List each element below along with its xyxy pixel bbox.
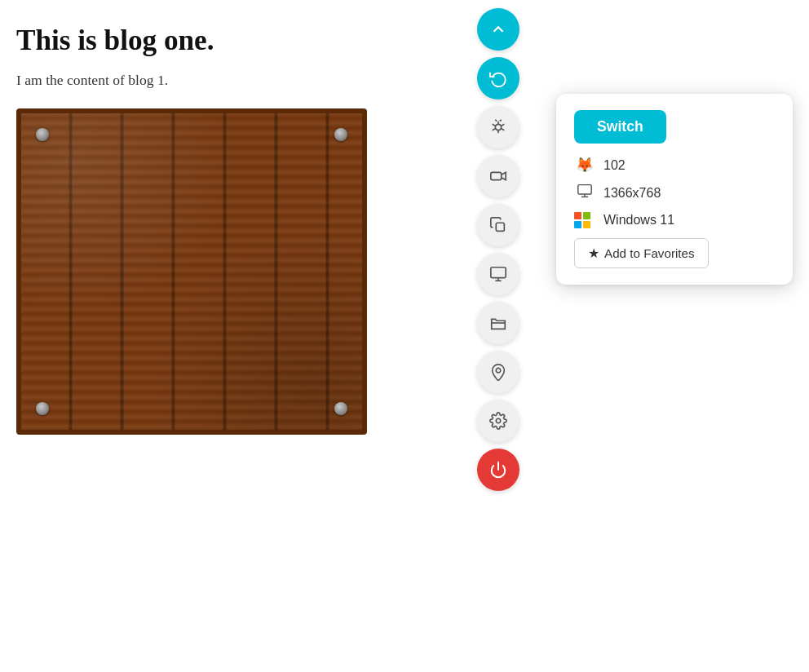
sidebar-toolbar (465, 0, 532, 491)
scroll-up-button[interactable] (477, 8, 519, 51)
desktop-icon (489, 265, 507, 283)
svg-line-5 (502, 129, 505, 130)
settings-button[interactable] (477, 400, 519, 442)
bolt-top-right (334, 128, 347, 141)
svg-line-8 (500, 120, 502, 122)
svg-point-0 (495, 124, 501, 130)
firefox-icon: 🦊 (574, 157, 595, 174)
folder-button[interactable] (477, 302, 519, 344)
location-icon (489, 363, 507, 381)
svg-line-2 (493, 124, 496, 126)
video-icon (489, 167, 507, 185)
power-icon (489, 461, 507, 479)
copy-icon (489, 216, 507, 234)
folder-icon (489, 314, 507, 332)
switch-browser-button[interactable]: Switch (574, 110, 666, 144)
location-button[interactable] (477, 351, 519, 393)
svg-point-16 (496, 418, 501, 423)
svg-line-4 (493, 129, 496, 130)
browser-version-label: 102 (603, 158, 626, 173)
resolution-label: 1366x768 (603, 186, 661, 201)
video-button[interactable] (477, 155, 519, 197)
add-to-favorites-button[interactable]: ★ Add to Favorites (574, 238, 709, 268)
refresh-icon (489, 69, 507, 87)
os-label: Windows 11 (603, 213, 674, 228)
resolution-row: 1366x768 (574, 183, 775, 202)
os-row: Windows 11 (574, 212, 775, 228)
popup-panel: Switch 🦊 102 1366x768 Windows 11 (556, 94, 793, 285)
bolt-top-left (36, 128, 49, 141)
blog-title: This is blog one. (16, 24, 793, 57)
monitor-icon (574, 183, 595, 202)
bug-icon (489, 118, 507, 136)
browser-info-row: 🦊 102 (574, 157, 775, 174)
switch-button[interactable] (477, 57, 519, 99)
wood-crate-image (16, 108, 367, 435)
svg-rect-18 (578, 185, 591, 194)
windows-icon (574, 212, 595, 228)
bug-button[interactable] (477, 106, 519, 148)
svg-rect-9 (491, 172, 502, 179)
bolt-bottom-left (36, 402, 49, 415)
chevron-up-icon (489, 20, 507, 38)
desktop-button[interactable] (477, 253, 519, 295)
power-button[interactable] (477, 449, 519, 491)
copy-button[interactable] (477, 204, 519, 246)
svg-line-7 (495, 120, 497, 122)
gear-icon (489, 412, 507, 430)
svg-rect-11 (491, 267, 506, 278)
svg-rect-10 (496, 223, 504, 231)
svg-point-15 (496, 368, 501, 373)
bolt-bottom-right (334, 402, 347, 415)
svg-line-3 (502, 124, 505, 126)
star-icon: ★ (588, 245, 599, 261)
blog-body: I am the content of blog 1. (16, 72, 793, 89)
add-favorites-label: Add to Favorites (604, 246, 695, 260)
